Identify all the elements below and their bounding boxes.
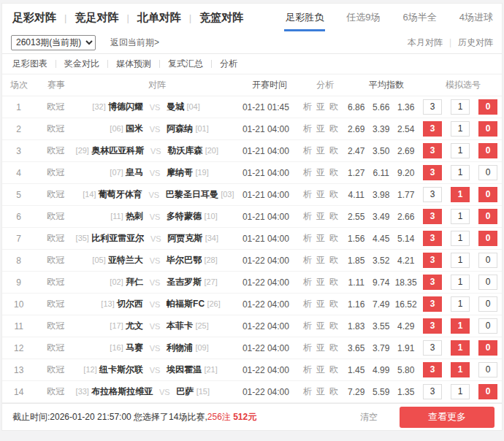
away-team[interactable]: 毕尔巴鄂 (167, 255, 202, 265)
game-tab-0[interactable]: 足彩胜负 (284, 3, 325, 31)
pick-button-0[interactable]: 0 (478, 121, 497, 137)
away-team[interactable]: 巴萨 (176, 386, 194, 396)
analysis-link-1[interactable]: 亚 (316, 233, 325, 243)
pick-button-1[interactable]: 1 (451, 296, 470, 312)
analysis-link-0[interactable]: 析 (303, 189, 312, 199)
away-team[interactable]: 曼城 (167, 101, 184, 112)
analysis-link-0[interactable]: 析 (303, 255, 312, 265)
analysis-link-0[interactable]: 析 (303, 211, 312, 221)
analysis-link-2[interactable]: 欧 (329, 277, 338, 287)
analysis-link-1[interactable]: 亚 (316, 342, 325, 353)
home-team[interactable]: 尤文 (126, 321, 143, 331)
game-tab-2[interactable]: 6场半全 (402, 3, 438, 31)
analysis-link-1[interactable]: 亚 (316, 386, 325, 396)
main-tab-3[interactable]: 竞篮对阵 (199, 11, 243, 25)
pick-button-0[interactable]: 0 (478, 296, 497, 312)
pick-button-1[interactable]: 1 (451, 121, 470, 137)
clear-button[interactable]: 清空 (360, 411, 378, 423)
home-team[interactable]: 博德闪耀 (108, 101, 143, 112)
analysis-link-0[interactable]: 析 (303, 145, 312, 156)
home-team[interactable]: 马赛 (126, 342, 143, 353)
game-tab-1[interactable]: 任选9场 (345, 3, 381, 31)
pick-button-1[interactable]: 1 (451, 384, 470, 399)
analysis-link-2[interactable]: 欧 (329, 342, 338, 353)
main-tab-1[interactable]: 竞足对阵 (75, 11, 118, 25)
pick-button-0[interactable]: 0 (478, 340, 497, 356)
analysis-link-2[interactable]: 欧 (329, 364, 338, 375)
back-to-current-link[interactable]: 返回当前期> (110, 37, 159, 49)
analysis-link-0[interactable]: 析 (303, 299, 312, 309)
main-tab-0[interactable]: 足彩对阵 (12, 11, 56, 25)
analysis-link-2[interactable]: 欧 (329, 321, 338, 331)
view-more-button[interactable]: 查看更多 (400, 407, 495, 428)
pick-button-0[interactable]: 0 (478, 362, 497, 377)
home-team[interactable]: 热刺 (126, 211, 143, 221)
home-team[interactable]: 国米 (126, 123, 143, 134)
analysis-link-2[interactable]: 欧 (329, 101, 338, 112)
pick-button-0[interactable]: 0 (478, 99, 497, 115)
pick-button-3[interactable]: 3 (423, 296, 442, 312)
analysis-link-1[interactable]: 亚 (316, 123, 325, 134)
pick-button-3[interactable]: 3 (423, 275, 442, 290)
pick-button-3[interactable]: 3 (423, 143, 442, 158)
toolbar-tab-0[interactable]: 足彩图表 (12, 58, 47, 70)
analysis-link-1[interactable]: 亚 (316, 255, 325, 265)
home-team[interactable]: 拜仁 (126, 277, 143, 287)
away-team[interactable]: 利物浦 (167, 342, 193, 353)
pick-button-3[interactable]: 3 (423, 340, 442, 356)
pick-button-0[interactable]: 0 (478, 231, 497, 246)
toolbar-tab-1[interactable]: 奖金对比 (64, 58, 99, 70)
analysis-link-1[interactable]: 亚 (316, 299, 325, 309)
pick-button-0[interactable]: 0 (478, 143, 497, 158)
analysis-link-2[interactable]: 欧 (329, 211, 338, 221)
analysis-link-0[interactable]: 析 (303, 364, 312, 375)
home-team[interactable]: 纽卡斯尔联 (99, 364, 143, 375)
pick-button-1[interactable]: 1 (451, 209, 470, 224)
away-team[interactable]: 埃因霍温 (167, 364, 202, 375)
pick-button-3[interactable]: 3 (423, 187, 442, 202)
pick-button-3[interactable]: 3 (423, 253, 442, 268)
pick-button-3[interactable]: 3 (423, 318, 442, 334)
analysis-link-2[interactable]: 欧 (329, 145, 338, 156)
analysis-link-2[interactable]: 欧 (329, 386, 338, 396)
analysis-link-0[interactable]: 析 (303, 101, 312, 112)
period-select[interactable]: 26013期(当前期) (11, 35, 96, 50)
away-team[interactable]: 本菲卡 (167, 321, 193, 331)
pick-button-0[interactable]: 0 (478, 275, 497, 290)
pick-button-1[interactable]: 1 (451, 253, 470, 268)
pick-button-0[interactable]: 0 (478, 384, 497, 399)
away-team[interactable]: 阿森纳 (167, 123, 193, 134)
analysis-link-2[interactable]: 欧 (329, 189, 338, 199)
analysis-link-1[interactable]: 亚 (316, 145, 325, 156)
pick-button-0[interactable]: 0 (478, 318, 497, 334)
analysis-link-2[interactable]: 欧 (329, 123, 338, 134)
analysis-link-0[interactable]: 析 (303, 123, 312, 134)
analysis-link-0[interactable]: 析 (303, 342, 312, 353)
away-team[interactable]: 帕福斯FC (167, 299, 205, 309)
toolbar-tab-4[interactable]: 分析 (220, 58, 237, 70)
analysis-link-2[interactable]: 欧 (329, 233, 338, 243)
pick-button-3[interactable]: 3 (423, 165, 442, 180)
home-team[interactable]: 比利亚雷亚尔 (91, 233, 144, 243)
analysis-link-1[interactable]: 亚 (316, 189, 325, 199)
pick-button-1[interactable]: 1 (451, 165, 470, 180)
analysis-link-0[interactable]: 析 (303, 167, 312, 177)
away-team[interactable]: 巴黎圣日耳曼 (166, 189, 218, 199)
pick-button-1[interactable]: 1 (451, 340, 470, 356)
analysis-link-1[interactable]: 亚 (316, 321, 325, 331)
pick-button-0[interactable]: 0 (478, 165, 497, 180)
analysis-link-1[interactable]: 亚 (316, 364, 325, 375)
away-team[interactable]: 勒沃库森 (167, 145, 202, 156)
away-team[interactable]: 阿贾克斯 (167, 233, 202, 243)
pick-button-1[interactable]: 1 (451, 187, 470, 202)
main-tab-2[interactable]: 北单对阵 (137, 11, 181, 25)
pick-button-3[interactable]: 3 (423, 384, 442, 399)
analysis-link-2[interactable]: 欧 (329, 255, 338, 265)
analysis-link-1[interactable]: 亚 (316, 167, 325, 177)
pick-button-3[interactable]: 3 (423, 209, 442, 224)
home-team[interactable]: 葡萄牙体育 (99, 189, 142, 199)
away-team[interactable]: 圣吉罗斯 (167, 277, 202, 287)
analysis-link-1[interactable]: 亚 (316, 101, 325, 112)
pick-button-3[interactable]: 3 (423, 362, 442, 377)
month-matches-link[interactable]: 本月对阵 (408, 37, 443, 49)
